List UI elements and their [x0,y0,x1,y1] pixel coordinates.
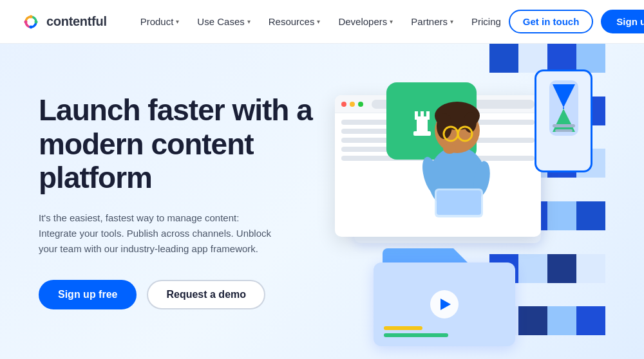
video-progress-bars [384,326,448,337]
browser-minimize-dot [350,102,355,107]
request-demo-button[interactable]: Request a demo [147,280,265,309]
svg-rect-26 [437,190,481,215]
hero-section: Launch faster with a modern content plat… [0,44,644,359]
svg-rect-33 [555,129,573,132]
get-in-touch-button[interactable]: Get in touch [509,10,594,33]
svg-point-3 [30,25,33,28]
nav-product[interactable]: Product ▾ [133,11,187,32]
nav-links: Product ▾ Use Cases ▾ Resources ▾ Develo… [133,11,509,32]
logo-icon [21,12,41,32]
hero-buttons: Sign up free Request a demo [39,280,335,309]
browser-maximize-dot [358,102,363,107]
svg-rect-32 [553,124,575,127]
hourglass-icon [546,79,582,137]
hero-content: Launch faster with a modern content plat… [39,93,335,310]
logo-text: contentful [46,14,107,29]
hero-description: It's the easiest, fastest way to manage … [39,210,277,257]
nav-developers[interactable]: Developers ▾ [330,11,401,32]
nav-resources[interactable]: Resources ▾ [261,11,328,32]
play-icon [440,299,451,310]
svg-point-0 [21,12,41,32]
chevron-down-icon: ▾ [317,18,320,25]
play-button[interactable] [430,290,459,318]
hero-title: Launch faster with a modern content plat… [39,93,335,196]
sign-up-free-nav-button[interactable]: Sign up free [601,10,644,33]
svg-point-4 [24,20,28,23]
video-player[interactable] [374,262,515,346]
chevron-down-icon: ▾ [247,18,251,25]
nav-pricing[interactable]: Pricing [464,11,509,32]
person-illustration [406,76,509,217]
hero-illustration [335,44,605,359]
logo-link[interactable]: contentful [21,12,107,32]
browser-close-dot [341,102,346,107]
nav-use-cases[interactable]: Use Cases ▾ [189,11,258,32]
phone-illustration [535,69,592,172]
chevron-down-icon: ▾ [450,18,453,25]
svg-point-2 [35,20,38,23]
chevron-down-icon: ▾ [390,18,393,25]
svg-point-1 [30,15,33,18]
navbar: contentful Product ▾ Use Cases ▾ Resourc… [0,0,644,44]
sign-up-free-hero-button[interactable]: Sign up free [39,280,137,309]
chevron-down-icon: ▾ [176,18,179,25]
svg-point-27 [443,143,456,154]
nav-actions: Get in touch Sign up free [509,10,644,33]
nav-partners[interactable]: Partners ▾ [403,11,461,32]
